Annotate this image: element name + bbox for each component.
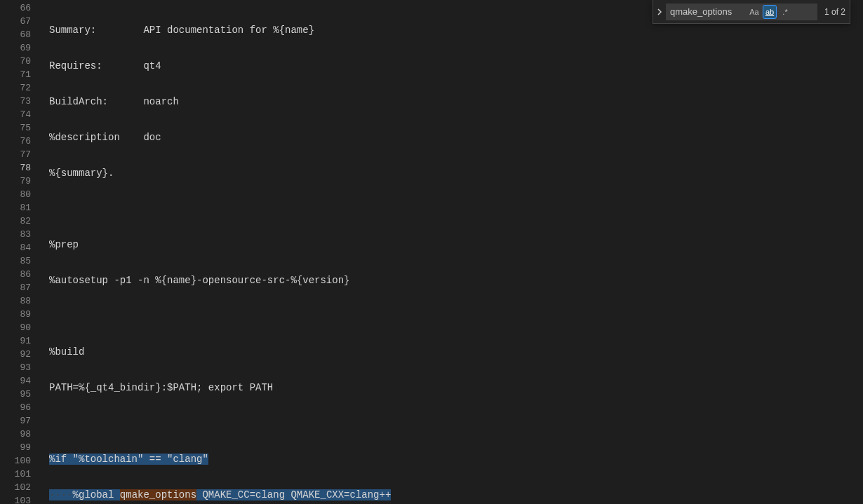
code-line[interactable]: %description doc xyxy=(49,131,863,144)
find-toggle-replace[interactable] xyxy=(653,0,666,23)
vertical-scrollbar[interactable] xyxy=(853,0,863,504)
chevron-right-icon xyxy=(655,8,664,16)
line-number: 79 xyxy=(0,175,44,188)
line-number: 84 xyxy=(0,241,44,254)
line-number: 86 xyxy=(0,268,44,281)
line-number: 81 xyxy=(0,201,44,214)
line-number: 71 xyxy=(0,68,44,81)
line-number: 73 xyxy=(0,95,44,108)
line-number: 85 xyxy=(0,254,44,268)
code-line[interactable]: %{summary}. xyxy=(49,167,863,180)
code-line[interactable]: BuildArch: noarch xyxy=(49,95,863,109)
line-number: 99 xyxy=(0,441,44,454)
line-number: 82 xyxy=(0,214,44,228)
line-number: 90 xyxy=(0,321,44,334)
line-number: 88 xyxy=(0,294,44,308)
line-number: 92 xyxy=(0,348,44,361)
line-number: 67 xyxy=(0,15,44,28)
line-number: 75 xyxy=(0,121,44,135)
find-widget: Aa ab .* 1 of 2 xyxy=(653,0,850,24)
search-match: qmake_options xyxy=(120,489,196,500)
code-lines[interactable]: Summary: API documentation for %{name} R… xyxy=(44,0,863,504)
code-line[interactable]: %if "%toolchain" == "clang" xyxy=(49,453,863,466)
line-number: 91 xyxy=(0,334,44,348)
line-number: 87 xyxy=(0,281,44,294)
line-number: 74 xyxy=(0,108,44,121)
use-regex-toggle[interactable]: .* xyxy=(778,5,792,19)
line-number: 76 xyxy=(0,135,44,148)
code-line[interactable]: %prep xyxy=(49,238,863,252)
line-number: 101 xyxy=(0,468,44,481)
code-line[interactable]: %autosetup -p1 -n %{name}-opensource-src… xyxy=(49,274,863,287)
line-number: 93 xyxy=(0,361,44,374)
code-line[interactable] xyxy=(49,310,863,323)
code-line[interactable]: Requires: qt4 xyxy=(49,60,863,73)
line-number: 69 xyxy=(0,41,44,55)
line-number: 78 xyxy=(0,161,44,175)
line-number: 72 xyxy=(0,81,44,95)
code-line[interactable]: Summary: API documentation for %{name} xyxy=(49,24,863,37)
line-number: 77 xyxy=(0,148,44,161)
code-line[interactable] xyxy=(49,203,863,216)
line-number: 96 xyxy=(0,401,44,414)
code-line[interactable]: ····%global qmake_options QMAKE_CC=clang… xyxy=(49,489,863,502)
code-line[interactable]: PATH=%{_qt4_bindir}:$PATH; export PATH xyxy=(49,381,863,395)
line-number: 83 xyxy=(0,228,44,241)
find-input-container: Aa ab .* xyxy=(666,4,817,20)
line-number: 80 xyxy=(0,188,44,201)
line-number: 102 xyxy=(0,481,44,494)
line-number: 95 xyxy=(0,388,44,401)
line-number: 97 xyxy=(0,414,44,428)
find-input[interactable] xyxy=(670,6,747,17)
selected-text: QMAKE_CC=clang QMAKE_CXX=clang++ xyxy=(196,489,391,500)
editor-root: 6667686970717273747576777879808182838485… xyxy=(0,0,863,504)
line-number: 68 xyxy=(0,28,44,41)
match-whole-word-toggle[interactable]: ab xyxy=(763,5,777,19)
line-number: 70 xyxy=(0,55,44,68)
line-number: 66 xyxy=(0,1,44,15)
whitespace-dots: ···· xyxy=(49,489,73,500)
line-number: 103 xyxy=(0,494,44,504)
match-case-toggle[interactable]: Aa xyxy=(747,5,761,19)
selected-text: %if "%toolchain" == "clang" xyxy=(49,454,208,465)
find-result-count: 1 of 2 xyxy=(820,7,850,17)
selected-text: ····%global xyxy=(49,489,120,500)
line-number: 98 xyxy=(0,428,44,441)
code-line[interactable] xyxy=(49,417,863,430)
line-number: 94 xyxy=(0,374,44,388)
line-number-gutter: 6667686970717273747576777879808182838485… xyxy=(0,0,44,504)
line-number: 100 xyxy=(0,454,44,468)
code-line[interactable]: %build xyxy=(49,346,863,359)
line-number: 89 xyxy=(0,308,44,321)
code-area[interactable]: 6667686970717273747576777879808182838485… xyxy=(0,0,863,504)
find-options: Aa ab .* xyxy=(747,5,794,19)
